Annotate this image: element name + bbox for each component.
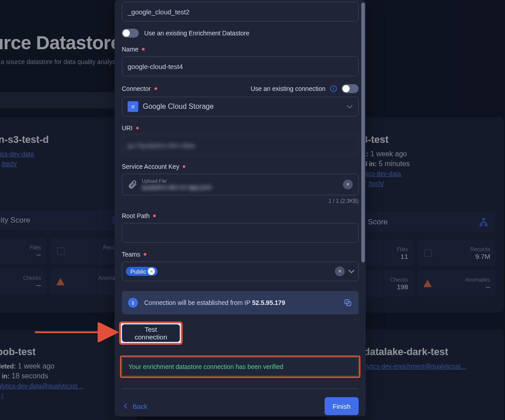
back-button[interactable]: Back — [122, 402, 147, 410]
add-datastore-modal: Use an existing Enrichment Datastore Nam… — [115, 0, 366, 416]
info-icon[interactable] — [330, 85, 337, 92]
uri-input[interactable] — [122, 135, 359, 155]
uploaded-file-name: qualytics-dev-or-app.json — [142, 184, 338, 191]
use-existing-conn-toggle[interactable] — [342, 84, 359, 93]
clear-teams-button[interactable]: × — [335, 266, 345, 276]
ip-value: 52.5.95.179 — [252, 299, 285, 306]
gcs-icon — [128, 101, 138, 112]
required-icon — [142, 48, 145, 51]
back-label: Back — [133, 403, 147, 410]
name-label: Name — [122, 46, 138, 53]
ip-prefix: Connection will be established from IP — [144, 299, 252, 306]
service-account-key-input[interactable]: Upload File qualytics-dev-or-app.json × — [122, 174, 359, 195]
svg-rect-5 — [333, 88, 334, 90]
use-existing-ds-toggle[interactable] — [122, 29, 139, 38]
use-existing-conn-label: Use an existing connection — [251, 85, 325, 92]
upload-file-label: Upload File — [142, 178, 338, 184]
rootpath-label: Root Path — [122, 212, 150, 219]
connector-label: Connector — [122, 85, 151, 92]
use-existing-ds-label: Use an existing Enrichment Datastore — [144, 30, 249, 37]
uri-label: URI — [122, 124, 133, 132]
clear-file-button[interactable]: × — [343, 180, 353, 189]
test-connection-button[interactable]: Test connection — [122, 324, 180, 342]
required-icon — [136, 127, 139, 129]
chevron-down-icon — [348, 270, 355, 273]
chevron-down-icon — [347, 105, 353, 108]
ip-info-banner: i Connection will be established from IP… — [122, 291, 359, 314]
team-chip-label: Public — [130, 268, 146, 275]
finish-button[interactable]: Finish — [325, 397, 359, 415]
required-icon — [154, 87, 157, 90]
required-icon — [153, 214, 156, 217]
required-icon — [144, 253, 146, 256]
enrichment-name-input[interactable] — [122, 2, 359, 21]
required-icon — [183, 165, 185, 168]
copy-icon[interactable] — [343, 298, 352, 307]
teams-select[interactable]: Public × × — [122, 261, 359, 281]
file-meta: 1 / 1 (2.3KB) — [122, 198, 359, 204]
info-icon: i — [128, 298, 138, 308]
connector-select[interactable]: Google Cloud Storage — [122, 97, 359, 116]
teams-label: Teams — [122, 251, 140, 258]
chevron-left-icon — [122, 402, 130, 410]
highlight-box — [120, 356, 360, 378]
svg-rect-6 — [333, 87, 334, 87]
rootpath-input[interactable] — [122, 223, 359, 243]
paperclip-icon — [128, 180, 137, 189]
scrollbar-thumb[interactable] — [361, 3, 365, 262]
name-input[interactable] — [122, 56, 359, 76]
connector-value: Google Cloud Storage — [143, 103, 214, 111]
remove-chip-icon[interactable]: × — [148, 268, 155, 275]
team-chip[interactable]: Public × — [126, 267, 158, 276]
svc-key-label: Service Account Key — [122, 163, 179, 170]
